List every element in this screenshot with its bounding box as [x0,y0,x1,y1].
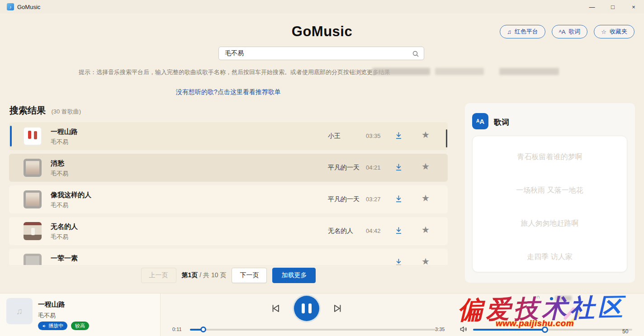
song-duration: 03:27 [366,196,381,203]
prev-page-button[interactable]: 上一页 [141,268,176,283]
download-icon[interactable] [394,131,403,142]
progress-slider[interactable] [190,329,436,331]
search-icon[interactable] [412,50,419,59]
maximize-button[interactable]: □ [602,0,623,14]
aa-icon: ᴬA [559,28,566,35]
lyric-line: 青石板留着谁的梦啊 [473,152,627,162]
song-row[interactable]: 消愁 毛不易 平凡的一天 04:21 ★ [9,154,448,182]
song-title: 一荤一素 [51,254,78,263]
lyric-line: 一场秋雨 又落一地花 [473,186,627,195]
lyrics-button[interactable]: ᴬA 歌词 [552,25,588,38]
page-info: 第1页 / 共 10 页 [182,271,227,279]
titlebar: ♪ GoMusic — □ × [0,0,644,14]
lyrics-panel-title: 歌词 [494,117,509,128]
lyrics-card: 青石板留着谁的梦啊 一场秋雨 又落一地花 旅人匆匆地赶路啊 走四季 访人家 [472,136,627,272]
song-list: 一程山路 毛不易 小王 03:35 ★ 消愁 毛不易 平凡的一天 04:21 ★… [9,122,448,265]
song-album: 平凡的一天 [328,164,360,172]
album-art [24,222,42,240]
search-input[interactable] [219,47,424,60]
album-art [24,190,42,208]
song-duration: 03:35 [366,133,381,139]
favorite-icon[interactable]: ★ [421,161,430,172]
download-icon[interactable] [394,258,403,265]
song-row[interactable]: 无名的人 毛不易 无名的人 04:42 ★ [9,217,448,245]
lyric-line: 走四季 访人家 [473,252,627,262]
song-title: 无名的人 [51,222,78,231]
song-title: 一程山路 [51,128,78,136]
favorite-icon[interactable]: ★ [421,193,430,203]
volume-value: 50 [622,328,628,335]
song-album: 无名的人 [328,227,353,235]
favorites-button-label: 收藏夹 [610,28,627,36]
now-playing-art: ♫ [6,298,33,324]
now-playing-card: ♫ 一程山路 毛不易 播放中 较高 [0,293,161,336]
current-time: 0:11 [172,327,182,332]
status-dot [550,297,553,300]
total-time: 3:35 [435,327,445,332]
lyrics-aa-icon: ᴬA [472,113,488,129]
song-artist: 毛不易 [51,138,68,146]
volume-fill [473,329,545,331]
lyrics-button-label: 歌词 [568,28,580,36]
song-row[interactable]: 像我这样的人 毛不易 平凡的一天 03:27 ★ [9,185,448,213]
song-row-partial[interactable]: 一荤一素 毛不易 ★ [9,249,448,265]
quality-badge: 较高 [71,322,89,330]
album-art [24,159,42,177]
recommend-playlist-link[interactable]: 没有想听的歌?点击这里看看推荐歌单 [0,88,457,96]
song-album: 小王 [328,132,341,140]
favorite-icon[interactable]: ★ [421,224,430,235]
status-badges: 播放中 较高 [38,322,89,330]
red-platform-label: 红色平台 [515,28,538,36]
song-title: 消愁 [51,159,64,168]
window-controls: — □ × [582,0,644,14]
pause-icon [302,303,305,313]
song-title: 像我这样的人 [51,191,91,199]
previous-track-button[interactable] [270,303,281,316]
volume-slider[interactable] [473,329,632,331]
close-button[interactable]: × [623,0,644,14]
music-note-icon: ♫ [507,28,511,35]
next-page-button[interactable]: 下一页 [232,268,267,283]
header-actions: ♫ 红色平台 ᴬA 歌词 ☆ 收藏夹 [500,25,635,38]
star-outline-icon: ☆ [601,28,606,35]
album-art [24,127,42,145]
favorite-icon[interactable]: ★ [421,256,430,265]
redacted-text-block [372,68,430,75]
playing-badge-label: 播放中 [48,322,63,329]
download-icon[interactable] [394,163,403,173]
results-title: 搜索结果 [9,105,46,115]
current-page: 第1页 [182,271,198,279]
next-track-button[interactable] [332,303,344,316]
volume-icon[interactable] [459,325,469,336]
song-artist: 毛不易 [51,170,68,178]
song-artist: 毛不易 [51,233,68,241]
playing-badge: 播放中 [38,322,67,330]
total-pages: / 共 10 页 [198,271,226,279]
favorite-icon[interactable]: ★ [421,129,430,140]
load-more-button[interactable]: 加载更多 [272,268,316,283]
song-row-active[interactable]: 一程山路 毛不易 小王 03:35 ★ [9,122,448,150]
results-count: (30 首歌曲) [51,108,81,115]
list-scrollbar[interactable] [446,129,447,147]
song-album: 平凡的一天 [328,195,360,203]
app-icon: ♪ [7,3,14,10]
active-indicator [10,126,12,147]
pause-button[interactable] [294,296,319,321]
redacted-text-block [435,68,484,75]
download-icon[interactable] [394,226,403,237]
speaker-icon [42,324,47,328]
song-duration: 04:42 [366,227,381,234]
song-duration: 04:21 [366,164,381,171]
favorites-button[interactable]: ☆ 收藏夹 [594,25,635,38]
song-artist: 毛不易 [51,265,68,265]
download-icon[interactable] [394,194,403,205]
minimize-button[interactable]: — [582,0,602,14]
pagination: 上一页 第1页 / 共 10 页 下一页 加载更多 [0,268,457,283]
progress-thumb[interactable] [200,327,206,332]
results-header: 搜索结果 (30 首歌曲) [9,104,81,117]
red-platform-button[interactable]: ♫ 红色平台 [500,25,545,38]
volume-thumb[interactable] [542,327,548,333]
search-box [218,47,424,60]
redacted-text-block [555,296,572,301]
quality-badge-label: 较高 [75,322,85,329]
